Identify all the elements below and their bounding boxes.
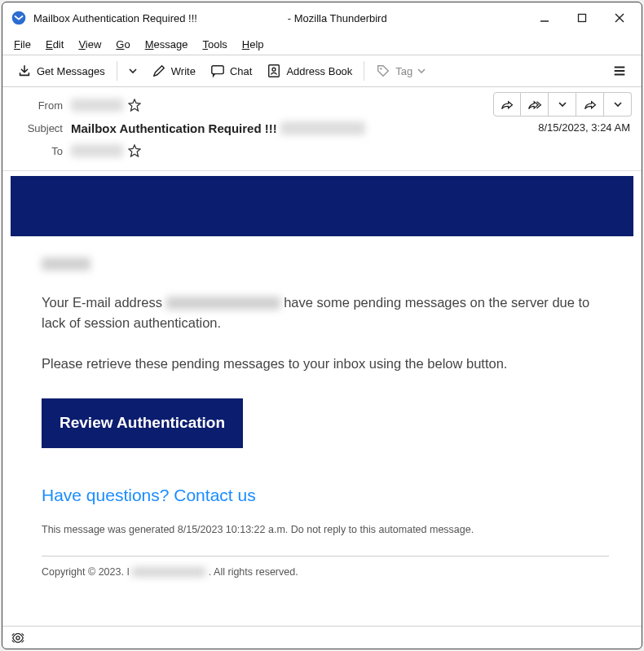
message-date: 8/15/2023, 3:24 AM bbox=[538, 121, 630, 134]
body-paragraph-2: Please retrieve these pending messages t… bbox=[42, 354, 609, 374]
menu-message[interactable]: Message bbox=[145, 38, 188, 51]
statusbar bbox=[2, 626, 642, 649]
header-to-row: To bbox=[14, 139, 630, 162]
copyright-b: . All rights reserved. bbox=[209, 566, 298, 578]
minimize-button[interactable] bbox=[526, 4, 563, 32]
to-value bbox=[71, 144, 123, 157]
chat-button[interactable]: Chat bbox=[204, 59, 258, 83]
menu-icon bbox=[612, 64, 627, 78]
write-label: Write bbox=[171, 65, 196, 77]
address-book-label: Address Book bbox=[286, 65, 352, 77]
svg-rect-2 bbox=[579, 15, 586, 22]
reply-button[interactable] bbox=[493, 92, 521, 117]
svg-point-0 bbox=[12, 11, 26, 25]
subject-redacted bbox=[280, 121, 365, 135]
greeting-redacted bbox=[42, 257, 90, 271]
forward-button[interactable] bbox=[576, 92, 604, 117]
title-suffix: - Mozilla Thunderbird bbox=[288, 12, 387, 24]
get-messages-dropdown[interactable] bbox=[122, 59, 143, 83]
contact-us-link[interactable]: Have questions? Contact us bbox=[42, 482, 609, 508]
svg-point-12 bbox=[16, 636, 20, 639]
address-book-button[interactable]: Address Book bbox=[260, 59, 359, 83]
to-label: To bbox=[14, 145, 63, 157]
menu-go[interactable]: Go bbox=[116, 38, 130, 51]
toolbar: Get Messages Write Chat Address Book bbox=[2, 55, 642, 87]
svg-rect-5 bbox=[212, 66, 223, 74]
download-icon bbox=[17, 64, 32, 78]
copyright-line: Copyright © 2023. I . All rights reserve… bbox=[42, 556, 609, 580]
title-prefix: Mailbox Authentication Required !!! bbox=[33, 12, 197, 24]
chevron-down-icon bbox=[558, 100, 567, 108]
from-value bbox=[71, 99, 123, 112]
review-authentication-button[interactable]: Review Authentication bbox=[42, 398, 243, 448]
message-body: Your E-mail address have some pending me… bbox=[2, 171, 642, 626]
email-content: Your E-mail address have some pending me… bbox=[11, 253, 633, 580]
get-messages-button[interactable]: Get Messages bbox=[11, 59, 112, 83]
menu-view[interactable]: View bbox=[78, 38, 101, 51]
tag-button[interactable]: Tag bbox=[369, 59, 432, 83]
maximize-button[interactable] bbox=[563, 4, 601, 32]
separator bbox=[117, 61, 117, 81]
app-menu-button[interactable] bbox=[606, 59, 633, 83]
subject-value: Mailbox Authentication Required !!! bbox=[71, 121, 365, 135]
menu-file[interactable]: File bbox=[14, 38, 31, 51]
get-messages-label: Get Messages bbox=[37, 65, 105, 77]
menu-help[interactable]: Help bbox=[242, 38, 264, 51]
email-redacted bbox=[166, 297, 280, 310]
reply-all-icon bbox=[527, 99, 542, 110]
pencil-icon bbox=[152, 64, 166, 78]
address-book-icon bbox=[267, 64, 281, 78]
chat-icon bbox=[210, 64, 225, 78]
tag-icon bbox=[376, 64, 390, 78]
close-button[interactable] bbox=[601, 4, 638, 32]
star-icon[interactable] bbox=[128, 99, 141, 112]
email-banner bbox=[11, 176, 633, 236]
tag-label: Tag bbox=[395, 65, 412, 77]
app-window: Mailbox Authentication Required !!! - Mo… bbox=[2, 2, 642, 649]
chevron-down-icon bbox=[129, 67, 137, 75]
chevron-down-icon bbox=[614, 100, 622, 108]
from-label: From bbox=[14, 99, 63, 112]
p1a: Your E-mail address bbox=[42, 295, 166, 310]
reply-toolbar bbox=[493, 92, 632, 117]
forward-icon bbox=[584, 99, 597, 110]
subject-text: Mailbox Authentication Required !!! bbox=[71, 121, 277, 135]
copyright-redacted bbox=[132, 567, 205, 577]
more-actions-dropdown[interactable] bbox=[604, 92, 632, 117]
star-icon[interactable] bbox=[128, 144, 141, 157]
svg-point-8 bbox=[380, 68, 382, 69]
menu-edit[interactable]: Edit bbox=[46, 38, 64, 51]
reply-icon bbox=[501, 99, 514, 110]
title-redacted bbox=[201, 12, 285, 24]
generated-notice: This message was generated 8/15/2023 10:… bbox=[42, 522, 609, 538]
reply-all-dropdown[interactable] bbox=[549, 92, 576, 117]
svg-point-7 bbox=[272, 68, 276, 71]
write-button[interactable]: Write bbox=[145, 59, 202, 83]
chat-label: Chat bbox=[230, 65, 252, 77]
window-controls bbox=[526, 4, 638, 32]
body-paragraph-1: Your E-mail address have some pending me… bbox=[42, 293, 609, 333]
titlebar: Mailbox Authentication Required !!! - Mo… bbox=[2, 2, 642, 33]
message-headers: From Subject Mailbox Authentication Requ… bbox=[2, 87, 642, 171]
remote-content-icon[interactable] bbox=[11, 631, 25, 645]
separator bbox=[364, 61, 364, 81]
copyright-a: Copyright © 2023. I bbox=[42, 566, 130, 578]
thunderbird-icon bbox=[11, 10, 27, 26]
menu-tools[interactable]: Tools bbox=[202, 38, 227, 51]
window-title: Mailbox Authentication Required !!! - Mo… bbox=[33, 12, 387, 24]
subject-label: Subject bbox=[14, 122, 63, 134]
reply-all-button[interactable] bbox=[521, 92, 549, 117]
menubar: File Edit View Go Message Tools Help bbox=[2, 33, 642, 55]
chevron-down-icon bbox=[417, 67, 426, 75]
